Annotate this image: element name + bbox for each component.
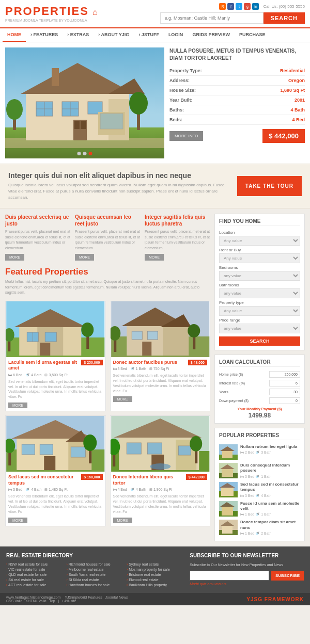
footer-link-hawthorn[interactable]: › Hawthorn houses for sale — [66, 583, 123, 587]
popular-5-info: Donec tempor diam sit amet nunc 🛏 1 Bed … — [240, 520, 300, 536]
footer-link-mosman[interactable]: › Mosman property for sale — [127, 568, 183, 571]
footer-link-southyarra[interactable]: › South Yarra real estate — [66, 573, 123, 576]
property-type-row: Property Type: Residential — [169, 66, 305, 76]
nav-item-extras[interactable]: › EXTRAS — [63, 28, 94, 42]
nav-item-about[interactable]: › ABOUT YJIG — [94, 28, 134, 42]
svg-point-76 — [190, 436, 202, 452]
footer-logo: YJSG Framework — [246, 597, 304, 602]
popular-item-4: Fusce id urna sem at molestie velit 🛏 1 … — [219, 501, 300, 517]
popular-4-info: Fusce id urna sem at molestie velit 🛏 1 … — [240, 501, 300, 517]
property-3-beds: 🛏 3 Bed — [8, 488, 22, 492]
home-price-input[interactable] — [269, 371, 300, 378]
years-input[interactable] — [269, 389, 300, 395]
property-type-select[interactable]: Any value — [219, 306, 300, 316]
footer-link-baulkham[interactable]: › Baulkham Hills property — [127, 583, 183, 587]
property-4-title-row: Donec Interdum libero quis tortor $ 442,… — [113, 474, 208, 486]
svg-point-19 — [6, 99, 23, 120]
svg-point-36 — [81, 323, 94, 337]
dot-2[interactable] — [83, 152, 87, 155]
dot-1[interactable] — [78, 152, 81, 155]
feature-1-title: Duis placerat scelerisq ue justo — [5, 214, 71, 227]
address-row: Address: Oregon — [169, 76, 305, 86]
svg-rect-43 — [132, 331, 142, 340]
sidebar: FIND YOU HOME Location Any value Rent or… — [214, 214, 305, 541]
property-3-sqft: ⊞ 1,485 Sq Ft — [44, 488, 67, 492]
hero-section: NULLA POSUERE, METUS ID TEMPUS VENENATIS… — [0, 42, 310, 164]
search-button[interactable]: SEARCH — [264, 12, 305, 24]
property-2-desc: Sed venenatis bibendum elit, eget iaculi… — [113, 373, 208, 393]
rent-buy-select[interactable]: Any value — [219, 253, 300, 263]
footer-link-elwood[interactable]: › Elwood real estate — [127, 578, 183, 582]
footer-link-brisbane[interactable]: › Brisbane real estate — [127, 573, 183, 576]
property-3-image — [6, 416, 105, 472]
footer-link-sydney[interactable]: › Sydney real estate — [127, 562, 183, 566]
popular-5-svg — [219, 520, 238, 535]
location-select[interactable]: Any value — [219, 236, 300, 246]
footer-link-vic[interactable]: › VIC real estate for sale — [6, 568, 63, 571]
property-4-more-btn[interactable]: MORE — [113, 518, 132, 523]
interest-rate-input[interactable] — [269, 380, 300, 387]
find-home-search-btn[interactable]: SEARCH — [219, 336, 300, 346]
bathrooms-select[interactable]: any value — [219, 288, 300, 298]
popular-1-info: Nullam rutrum leo eget ligula 🛏 2 Bed 🚿 … — [240, 444, 297, 455]
down-payment-input[interactable] — [269, 397, 300, 404]
google-icon[interactable]: g — [244, 3, 251, 10]
nav-item-jstuff[interactable]: › JSTUFF — [134, 28, 164, 42]
dot-3[interactable] — [89, 152, 92, 155]
footer-links-container: › NSW real estate for sale › VIC real es… — [6, 562, 183, 587]
footer-link-melbourne[interactable]: › Melbourne real estate — [66, 568, 123, 571]
bedrooms-select[interactable]: any value — [219, 271, 300, 281]
footer-link-stkilda[interactable]: › St Kilda real estate — [66, 578, 123, 582]
newsletter-input[interactable] — [190, 571, 269, 581]
property-2-stats: 🛏 3 Bed 🚿 1 Bath ⊞ 750 Sq Ft — [113, 367, 208, 371]
price-range-select[interactable]: any value — [219, 324, 300, 333]
newsletter-subscribe-btn[interactable]: SUBSCRIBE — [271, 571, 304, 581]
twitter-icon[interactable]: t — [236, 3, 242, 10]
footer-link-sa[interactable]: › SA real estate for sale — [6, 578, 63, 582]
property-3-more-btn[interactable]: MORE — [8, 518, 27, 523]
nav-item-purchase[interactable]: PURCHASE — [235, 28, 270, 42]
more-info-button[interactable]: MORE INFO — [169, 131, 203, 141]
feature-2-text: Praesent purus velit, placerat met erat … — [75, 229, 141, 251]
logo-tagline: PREMIUM JOOMLA TEMPLATE BY YOUJOOMLA — [5, 19, 98, 22]
nav-item-grids[interactable]: GRIDS PREVIEW — [188, 28, 235, 42]
content-area: Duis placerat scelerisq ue justo Praesen… — [0, 208, 310, 546]
features-section: Duis placerat scelerisq ue justo Praesen… — [5, 214, 210, 261]
popular-2-info: Duis consequat interdum posuere 🛏 3 Bed … — [240, 463, 300, 479]
popular-5-title: Donec tempor diam sit amet nunc — [240, 520, 300, 530]
nav-item-features[interactable]: › FEATURES — [26, 28, 63, 42]
monthly-payment-display: Your Monthly Payment ($) 1499.98 — [219, 407, 300, 419]
property-1-image — [6, 301, 105, 357]
property-1-more-btn[interactable]: MORE — [8, 403, 27, 408]
facebook-icon[interactable]: f — [227, 3, 234, 10]
footer-link-qld[interactable]: › QLD real estate for sale — [6, 573, 63, 576]
home-price-label: Home price ($) — [219, 373, 243, 376]
footer-bottom: www.heritagechristiancollege.com YJSimpl… — [0, 593, 310, 605]
linkedin-icon[interactable]: in — [252, 3, 259, 10]
nav-item-login[interactable]: LOGIN — [164, 28, 188, 42]
footer-link-nsw[interactable]: › NSW real estate for sale — [6, 562, 63, 566]
property-2-sqft: ⊞ 750 Sq Ft — [149, 367, 169, 371]
feature-2-more-btn[interactable]: MORE — [75, 254, 94, 261]
property-2-beds: 🛏 3 Bed — [113, 367, 127, 371]
property-1-title: Laculis sem id urna egestas sit amet — [8, 360, 79, 372]
feature-3-more-btn[interactable]: MORE — [145, 254, 164, 261]
newsletter-text: Subscribe to Our Newsletter for New Prop… — [190, 562, 304, 568]
property-card-3: Sed lacus sed mi consectetur tempus $ 16… — [5, 415, 106, 526]
property-2-more-btn[interactable]: MORE — [113, 396, 132, 402]
feature-1-more-btn[interactable]: MORE — [5, 254, 24, 261]
search-input[interactable] — [160, 12, 264, 24]
logo-text: PROPERTIES — [5, 5, 89, 18]
nav-item-home[interactable]: HOME — [3, 28, 26, 42]
property-card-1: Laculis sem id urna egestas sit amet $ 2… — [5, 301, 106, 412]
property-3-price: $ 168,000 — [81, 474, 102, 480]
footer-link-act[interactable]: › ACT real estate for sale — [6, 583, 63, 587]
house-size-value: 1,690 Sq Ft — [280, 88, 305, 93]
popular-item-1: Nullam rutrum leo eget ligula 🛏 2 Bed 🚿 … — [219, 444, 300, 460]
rss-icon[interactable]: R — [219, 3, 226, 10]
take-tour-button[interactable]: TAKE THE TOUR — [237, 176, 302, 196]
beds-value: 4 Bed — [292, 117, 305, 122]
svg-point-77 — [150, 463, 171, 470]
address-value: Oregon — [288, 78, 305, 83]
footer-link-richmond[interactable]: › Richmond houses for sale — [66, 562, 123, 566]
